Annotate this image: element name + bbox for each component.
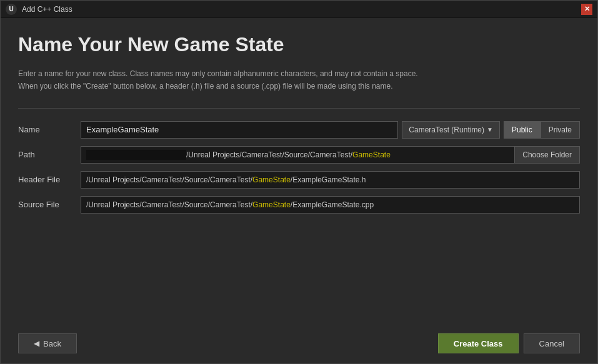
header-prefix: /Unreal Projects/CameraTest/Source/Camer… bbox=[86, 175, 252, 184]
path-row: /Unreal Projects/CameraTest/Source/Camer… bbox=[81, 146, 580, 164]
path-prefix: /Unreal Projects/CameraTest/Source/Camer… bbox=[186, 150, 352, 159]
chevron-down-icon: ▼ bbox=[487, 126, 493, 133]
access-buttons: Public Private bbox=[504, 121, 580, 139]
ue-logo: U bbox=[6, 4, 17, 15]
description-line2: When you click the "Create" button below… bbox=[18, 82, 393, 91]
header-label: Header File bbox=[18, 175, 81, 184]
source-suffix: /ExampleGameState.cpp bbox=[291, 200, 374, 209]
path-redacted bbox=[86, 150, 186, 160]
back-button[interactable]: ◀ Back bbox=[18, 333, 77, 353]
header-suffix: /ExampleGameState.h bbox=[291, 175, 366, 184]
main-window: U Add C++ Class ✕ Name Your New Game Sta… bbox=[0, 0, 598, 364]
header-highlight: GameState bbox=[252, 175, 291, 184]
source-label: Source File bbox=[18, 200, 81, 209]
choose-folder-button[interactable]: Choose Folder bbox=[514, 146, 580, 164]
path-highlight: GameState bbox=[352, 150, 391, 159]
window-title: Add C++ Class bbox=[22, 5, 72, 14]
ue-logo-symbol: U bbox=[9, 6, 13, 12]
title-bar: U Add C++ Class ✕ bbox=[1, 1, 597, 18]
back-label: Back bbox=[43, 339, 61, 348]
create-class-button[interactable]: Create Class bbox=[438, 333, 519, 353]
page-title: Name Your New Game State bbox=[18, 33, 580, 56]
public-button[interactable]: Public bbox=[504, 121, 541, 139]
divider bbox=[18, 108, 580, 109]
name-row: CameraTest (Runtime) ▼ Public Private bbox=[81, 121, 580, 139]
description-line1: Enter a name for your new class. Class n… bbox=[18, 69, 418, 78]
name-input[interactable] bbox=[81, 121, 398, 139]
close-button[interactable]: ✕ bbox=[581, 4, 592, 15]
main-content: Name Your New Game State Enter a name fo… bbox=[1, 18, 597, 326]
close-icon: ✕ bbox=[584, 5, 590, 13]
path-display: /Unreal Projects/CameraTest/Source/Camer… bbox=[81, 146, 514, 164]
private-button[interactable]: Private bbox=[541, 121, 580, 139]
footer-right: Create Class Cancel bbox=[438, 333, 580, 353]
source-prefix: /Unreal Projects/CameraTest/Source/Camer… bbox=[86, 200, 252, 209]
title-bar-left: U Add C++ Class bbox=[6, 4, 72, 15]
dropdown-label: CameraTest (Runtime) bbox=[409, 125, 484, 134]
name-label: Name bbox=[18, 125, 81, 134]
back-arrow-icon: ◀ bbox=[34, 339, 39, 348]
runtime-dropdown[interactable]: CameraTest (Runtime) ▼ bbox=[402, 121, 500, 139]
header-display: /Unreal Projects/CameraTest/Source/Camer… bbox=[81, 171, 580, 189]
form-grid: Name CameraTest (Runtime) ▼ Public Priva… bbox=[18, 121, 580, 214]
source-highlight: GameState bbox=[252, 200, 291, 209]
footer: ◀ Back Create Class Cancel bbox=[1, 326, 597, 363]
cancel-button[interactable]: Cancel bbox=[524, 333, 580, 353]
source-display: /Unreal Projects/CameraTest/Source/Camer… bbox=[81, 196, 580, 214]
description: Enter a name for your new class. Class n… bbox=[18, 67, 580, 93]
path-label: Path bbox=[18, 150, 81, 159]
